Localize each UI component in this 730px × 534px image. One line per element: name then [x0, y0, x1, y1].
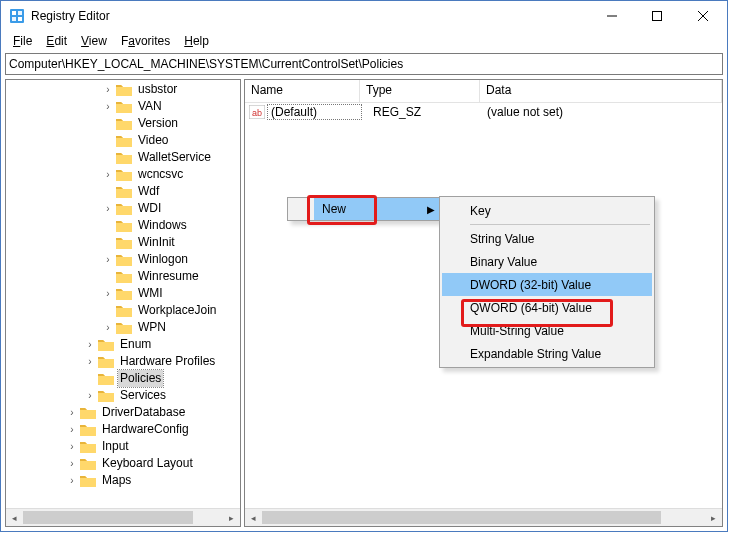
tree-node-policies[interactable]: Policies [8, 370, 240, 387]
col-name[interactable]: Name [245, 80, 360, 102]
close-button[interactable] [679, 1, 727, 31]
folder-icon [116, 219, 132, 232]
folder-icon [80, 406, 96, 419]
app-icon [9, 8, 25, 24]
tree-node-input[interactable]: › Input [8, 438, 240, 455]
menu-edit[interactable]: Edit [40, 33, 73, 49]
value-name: (Default) [268, 105, 361, 119]
address-bar[interactable]: Computer\HKEY_LOCAL_MACHINE\SYSTEM\Curre… [5, 53, 723, 75]
tree-node-hardwareconfig[interactable]: › HardwareConfig [8, 421, 240, 438]
folder-icon [116, 321, 132, 334]
svg-text:ab: ab [252, 108, 262, 118]
chevron-right-icon: › [85, 353, 95, 370]
tree-horizontal-scrollbar[interactable]: ◂ ▸ [6, 508, 240, 526]
ctx-new-multi[interactable]: Multi-String Value [442, 319, 652, 342]
folder-icon [116, 117, 132, 130]
values-body[interactable]: ab (Default) REG_SZ (value not set) New … [245, 103, 722, 508]
menu-file[interactable]: File [7, 33, 38, 49]
menu-view[interactable]: View [75, 33, 113, 49]
folder-icon [116, 151, 132, 164]
ctx-new-binary[interactable]: Binary Value [442, 250, 652, 273]
value-row-default[interactable]: ab (Default) REG_SZ (value not set) [245, 103, 722, 121]
tree-node-usbstor[interactable]: › usbstor [8, 81, 240, 98]
menu-help[interactable]: Help [178, 33, 215, 49]
chevron-right-icon: › [103, 98, 113, 115]
tree-node-services[interactable]: › Services [8, 387, 240, 404]
tree-node-driverdatabase[interactable]: › DriverDatabase [8, 404, 240, 421]
folder-icon [98, 338, 114, 351]
chevron-right-icon: › [103, 200, 113, 217]
maximize-button[interactable] [634, 1, 679, 31]
scroll-right-icon[interactable]: ▸ [223, 509, 240, 526]
tree-node-van[interactable]: › VAN [8, 98, 240, 115]
tree-node-hardwareprofiles[interactable]: › Hardware Profiles [8, 353, 240, 370]
svg-rect-2 [18, 11, 22, 15]
folder-icon [80, 474, 96, 487]
tree-node-winlogon[interactable]: › Winlogon [8, 251, 240, 268]
tree-node-windows[interactable]: Windows [8, 217, 240, 234]
folder-icon [98, 355, 114, 368]
chevron-right-icon: › [103, 251, 113, 268]
chevron-right-icon: › [67, 421, 77, 438]
tree-node-workplacejoin[interactable]: WorkplaceJoin [8, 302, 240, 319]
menu-favorites[interactable]: Favorites [115, 33, 176, 49]
folder-icon [116, 287, 132, 300]
tree-node-video[interactable]: Video [8, 132, 240, 149]
ctx-item-new[interactable]: New ▶ [288, 198, 440, 220]
titlebar: Registry Editor [1, 1, 727, 31]
tree-node-wcncsvc[interactable]: › wcncsvc [8, 166, 240, 183]
folder-icon [116, 202, 132, 215]
ctx-new-dword[interactable]: DWORD (32-bit) Value [442, 273, 652, 296]
ctx-new-qword[interactable]: QWORD (64-bit) Value [442, 296, 652, 319]
ctx-new-expand[interactable]: Expandable String Value [442, 342, 652, 365]
tree-node-enum[interactable]: › Enum [8, 336, 240, 353]
tree-node-wmi[interactable]: › WMI [8, 285, 240, 302]
folder-icon [80, 423, 96, 436]
folder-icon [116, 270, 132, 283]
tree-node-wininit[interactable]: WinInit [8, 234, 240, 251]
svg-rect-1 [12, 11, 16, 15]
chevron-right-icon: › [67, 438, 77, 455]
folder-icon [98, 389, 114, 402]
folder-icon [116, 100, 132, 113]
scroll-right-icon[interactable]: ▸ [705, 509, 722, 526]
ctx-new-key[interactable]: Key [442, 199, 652, 222]
minimize-button[interactable] [589, 1, 634, 31]
tree-node-keyboardlayout[interactable]: › Keyboard Layout [8, 455, 240, 472]
tree-node-version[interactable]: Version [8, 115, 240, 132]
svg-rect-6 [652, 12, 661, 21]
tree[interactable]: › usbstor › VAN Version Video [6, 80, 240, 508]
values-horizontal-scrollbar[interactable]: ◂ ▸ [245, 508, 722, 526]
ctx-new-string[interactable]: String Value [442, 227, 652, 250]
menubar: File Edit View Favorites Help [1, 31, 727, 51]
main-panes: › usbstor › VAN Version Video [1, 77, 727, 531]
ctx-separator [470, 224, 650, 225]
window-title: Registry Editor [31, 9, 110, 23]
svg-rect-4 [18, 17, 22, 21]
context-menu: New ▶ [287, 197, 441, 221]
tree-node-wdi[interactable]: › WDI [8, 200, 240, 217]
chevron-right-icon: › [67, 455, 77, 472]
folder-icon [116, 134, 132, 147]
chevron-right-icon: › [67, 404, 77, 421]
chevron-right-icon: › [85, 336, 95, 353]
tree-node-maps[interactable]: › Maps [8, 472, 240, 489]
tree-node-wpn[interactable]: › WPN [8, 319, 240, 336]
chevron-right-icon: › [67, 472, 77, 489]
submenu-arrow-icon: ▶ [422, 198, 440, 220]
tree-node-winresume[interactable]: Winresume [8, 268, 240, 285]
value-type: REG_SZ [361, 105, 481, 119]
tree-node-walletservice[interactable]: WalletService [8, 149, 240, 166]
folder-icon [116, 236, 132, 249]
tree-panel: › usbstor › VAN Version Video [5, 79, 241, 527]
col-type[interactable]: Type [360, 80, 480, 102]
scroll-left-icon[interactable]: ◂ [6, 509, 23, 526]
col-data[interactable]: Data [480, 80, 722, 102]
folder-icon [116, 304, 132, 317]
folder-icon [116, 168, 132, 181]
tree-node-wdf[interactable]: Wdf [8, 183, 240, 200]
folder-icon [116, 253, 132, 266]
scroll-left-icon[interactable]: ◂ [245, 509, 262, 526]
chevron-right-icon: › [103, 319, 113, 336]
folder-icon [80, 440, 96, 453]
